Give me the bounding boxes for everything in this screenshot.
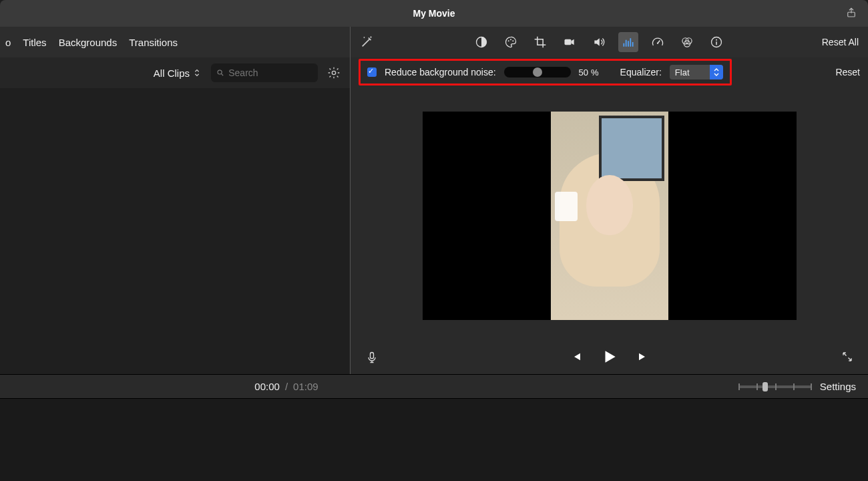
- next-button[interactable]: [637, 351, 649, 363]
- svg-point-6: [512, 40, 513, 41]
- share-button[interactable]: [844, 5, 859, 20]
- speedometer-icon: [651, 35, 664, 49]
- timeline-settings-button[interactable]: Settings: [820, 381, 856, 392]
- reduce-noise-label: Reduce background noise:: [385, 67, 496, 77]
- skip-forward-icon: [637, 351, 649, 363]
- title-bar: My Movie: [0, 0, 868, 27]
- color-filter-button[interactable]: [677, 32, 697, 52]
- reset-all-button[interactable]: Reset All: [822, 37, 859, 47]
- clips-filter-label: All Clips: [154, 67, 190, 79]
- skip-back-icon: [570, 351, 582, 363]
- volume-button[interactable]: [589, 32, 609, 52]
- noise-reduction-bar: Reduce background noise: 50 % Equalizer:…: [351, 57, 868, 87]
- search-input[interactable]: [228, 67, 312, 78]
- voiceover-button[interactable]: [365, 349, 380, 364]
- prev-button[interactable]: [570, 351, 582, 363]
- viewer: [351, 87, 868, 339]
- crop-icon: [533, 35, 547, 49]
- adjustments-toolbar: Reset All: [351, 27, 868, 57]
- browser-content: [0, 88, 350, 374]
- video-camera-icon: [563, 35, 576, 49]
- clips-filter-dropdown[interactable]: All Clips: [154, 67, 200, 79]
- video-canvas[interactable]: [423, 112, 797, 320]
- noise-eq-highlight: Reduce background noise: 50 % Equalizer:…: [359, 59, 732, 86]
- reduce-noise-slider[interactable]: [504, 67, 571, 77]
- svg-point-5: [510, 39, 511, 40]
- color-correction-button[interactable]: [501, 32, 521, 52]
- svg-point-8: [657, 43, 658, 44]
- expand-icon: [841, 351, 853, 363]
- overlap-circles-icon: [680, 35, 694, 49]
- contrast-icon: [475, 35, 488, 49]
- project-title: My Movie: [413, 8, 455, 19]
- time-separator: /: [285, 381, 288, 392]
- reduce-noise-unit: %: [591, 67, 599, 77]
- tab-titles[interactable]: Titles: [23, 37, 46, 48]
- timeline[interactable]: [0, 398, 868, 481]
- reduce-noise-value-group: 50 %: [579, 67, 599, 77]
- chevron-down-icon: [710, 65, 723, 79]
- timeline-zoom-slider[interactable]: [738, 385, 812, 388]
- microphone-icon: [365, 349, 379, 365]
- svg-point-2: [332, 71, 335, 74]
- gear-icon: [327, 66, 341, 79]
- tab-audio[interactable]: o: [5, 37, 11, 48]
- svg-point-1: [218, 70, 222, 74]
- media-browser: o Titles Backgrounds Transitions All Cli…: [0, 27, 351, 374]
- fullscreen-button[interactable]: [841, 351, 853, 363]
- info-button[interactable]: [706, 32, 726, 52]
- search-icon: [216, 68, 224, 77]
- play-button[interactable]: [601, 348, 618, 365]
- speed-button[interactable]: [648, 32, 668, 52]
- equalizer-icon: [622, 35, 635, 49]
- tab-transitions[interactable]: Transitions: [129, 37, 178, 48]
- viewer-panel: Reset All Reduce background noise: 50 % …: [351, 27, 868, 374]
- reduce-noise-checkbox[interactable]: [367, 67, 377, 77]
- palette-icon: [504, 35, 517, 49]
- crop-button[interactable]: [530, 32, 550, 52]
- svg-point-13: [716, 39, 717, 41]
- playhead-time: 00:00 / 01:09: [254, 381, 318, 392]
- color-balance-button[interactable]: [471, 32, 491, 52]
- total-duration: 01:09: [293, 381, 318, 392]
- enhance-button[interactable]: [360, 34, 376, 50]
- browser-tabs: o Titles Backgrounds Transitions: [0, 27, 350, 57]
- speaker-icon: [592, 35, 606, 49]
- wand-icon: [360, 34, 375, 49]
- reduce-noise-value: 50: [579, 67, 588, 77]
- noise-eq-button[interactable]: [618, 32, 638, 52]
- playback-controls: [351, 339, 868, 374]
- search-field[interactable]: [211, 63, 318, 82]
- chevrons-vertical-icon: [194, 68, 200, 77]
- equalizer-select[interactable]: Flat: [670, 65, 723, 79]
- slider-thumb[interactable]: [533, 67, 542, 77]
- video-frame: [551, 112, 668, 320]
- stabilization-button[interactable]: [560, 32, 580, 52]
- equalizer-value: Flat: [675, 67, 710, 77]
- play-icon: [601, 348, 618, 365]
- reset-button[interactable]: Reset: [835, 67, 860, 77]
- current-time: 00:00: [254, 381, 280, 392]
- zoom-thumb[interactable]: [763, 382, 768, 391]
- timeline-header: 00:00 / 01:09 Settings: [0, 374, 868, 398]
- svg-rect-7: [564, 39, 571, 45]
- info-icon: [710, 35, 723, 49]
- browser-settings-button[interactable]: [324, 63, 343, 82]
- tab-backgrounds[interactable]: Backgrounds: [59, 37, 118, 48]
- equalizer-label: Equalizer:: [620, 67, 662, 77]
- svg-point-4: [508, 40, 509, 41]
- svg-rect-14: [371, 353, 374, 359]
